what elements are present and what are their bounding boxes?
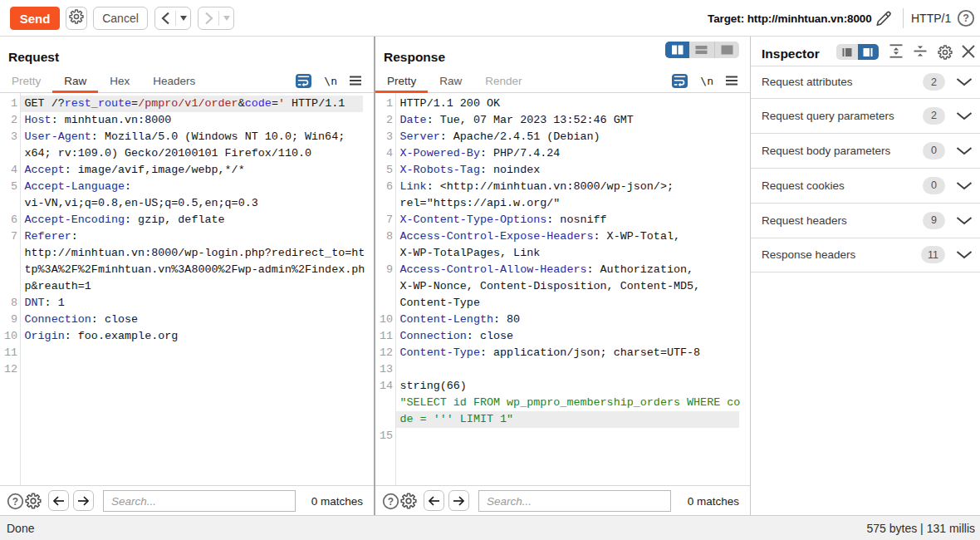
forward-dropdown[interactable] [219,7,233,29]
line-content: Link: <http://minhtuan.vn:8000/wp-json/>… [400,179,674,195]
code-line[interactable]: "SELECT id FROM wp_pmpro_membership_orde… [375,395,750,411]
search-settings-icon[interactable] [399,492,418,513]
expand-all-icon[interactable] [889,44,903,61]
code-line[interactable]: 13 [375,361,750,378]
tab-hex[interactable]: Hex [98,70,141,92]
code-line[interactable]: 9Connection: close [0,312,374,328]
search-prev-button[interactable] [424,490,444,511]
search-next-button[interactable] [448,490,469,511]
dock-right-button[interactable] [858,44,880,60]
code-line[interactable]: X-WP-Nonce, Content-Disposition, Content… [375,278,750,295]
search-help-icon[interactable]: ? [382,493,399,513]
search-input[interactable]: Search... [103,490,296,512]
status-bar: Done 575 bytes | 131 millis [0,515,980,540]
layout-columns-button[interactable] [665,42,690,58]
http-version-label[interactable]: HTTP/1 [911,0,951,37]
help-icon[interactable]: ? [957,9,975,31]
collapse-all-icon[interactable] [914,44,927,61]
send-settings-button[interactable] [66,7,87,30]
search-input[interactable]: Search... [478,490,671,512]
code-line[interactable]: X-WP-TotalPages, Link [375,245,750,262]
code-line[interactable]: 6Accept-Encoding: gzip, deflate [0,212,374,228]
tab-pretty[interactable]: Pretty [0,70,52,92]
code-line[interactable]: 14string(66) [375,378,750,395]
inspector-settings-icon[interactable] [937,44,953,64]
back-dropdown[interactable] [176,7,190,29]
chevron-down-icon[interactable] [956,181,973,190]
code-line[interactable]: tp%3A%2F%2Fminhtuan.vn%3A8000%2Fwp-admin… [0,262,374,278]
edit-target-button[interactable] [874,8,894,32]
code-line[interactable]: 11 [0,345,374,361]
back-chevron-icon[interactable] [155,7,175,29]
request-editor[interactable]: 1GET /?rest_route=/pmpro/v1/order&code='… [0,93,374,485]
chevron-down-icon[interactable] [956,146,973,155]
chevron-down-icon[interactable] [956,250,973,259]
tab-pretty[interactable]: Pretty [375,70,428,92]
code-line[interactable]: de = ''' LIMIT 1" [375,411,750,428]
inspector-section-request-headers[interactable]: Request headers9 [751,203,980,238]
code-line[interactable]: 11Connection: close [375,328,750,345]
code-line[interactable]: 10Content-Length: 80 [375,312,750,328]
search-prev-button[interactable] [48,490,69,511]
inspector-section-response-headers[interactable]: Response headers11 [751,238,980,272]
code-line[interactable]: 4X-Powered-By: PHP/7.4.24 [375,145,750,162]
code-line[interactable]: 12Content-Type: application/json; charse… [375,345,750,361]
tab-raw[interactable]: Raw [52,70,98,92]
code-line[interactable]: 3User-Agent: Mozilla/5.0 (Windows NT 10.… [0,129,374,145]
code-line[interactable]: 2Host: minhtuan.vn:8000 [0,112,374,129]
code-line[interactable]: p&reauth=1 [0,278,374,295]
close-icon[interactable] [961,44,976,62]
search-settings-icon[interactable] [24,492,42,513]
code-line[interactable]: 1GET /?rest_route=/pmpro/v1/order&code='… [0,96,374,112]
code-line[interactable]: 3Server: Apache/2.4.51 (Debian) [375,129,750,145]
code-line[interactable]: 12 [0,361,374,378]
layout-single-button[interactable] [715,42,740,58]
search-help-icon[interactable]: ? [7,493,24,513]
code-line[interactable]: 7X-Content-Type-Options: nosniff [375,212,750,228]
code-line[interactable]: http://minhtuan.vn:8000/wp-login.php?red… [0,245,374,262]
chevron-down-icon[interactable] [956,77,973,86]
forward-button[interactable] [198,7,234,30]
show-newlines-toggle[interactable]: \n [700,75,713,87]
cancel-button[interactable]: Cancel [93,7,148,30]
code-line[interactable]: 2Date: Tue, 07 Mar 2023 13:52:46 GMT [375,112,750,129]
menu-icon[interactable] [350,74,361,89]
tab-render[interactable]: Render [473,70,533,92]
code-line[interactable]: x64; rv:109.0) Gecko/20100101 Firefox/11… [0,145,374,162]
word-wrap-icon[interactable] [672,74,688,88]
code-line[interactable]: 8DNT: 1 [0,295,374,312]
search-next-button[interactable] [73,490,94,511]
code-line[interactable]: 15 [375,428,750,444]
inspector-section-request-attributes[interactable]: Request attributes2 [751,66,980,98]
chevron-down-icon[interactable] [956,216,973,225]
inspector-section-request-cookies[interactable]: Request cookies0 [751,168,980,203]
back-button[interactable] [154,7,191,30]
code-line[interactable]: 8Access-Control-Expose-Headers: X-WP-Tot… [375,228,750,245]
chevron-down-icon[interactable] [956,111,973,120]
code-line[interactable]: vi-VN,vi;q=0.8,en-US;q=0.5,en;q=0.3 [0,195,374,212]
code-line[interactable]: rel="https://api.w.org/" [375,195,750,212]
inspector-section-request-body-parameters[interactable]: Request body parameters0 [751,133,980,168]
inspector-sections: Request attributes2Request query paramet… [751,66,980,272]
code-line[interactable]: 1HTTP/1.1 200 OK [375,96,750,112]
code-line[interactable]: 9Access-Control-Allow-Headers: Authoriza… [375,262,750,278]
menu-icon[interactable] [726,74,737,89]
code-line[interactable]: 5X-Robots-Tag: noindex [375,162,750,179]
layout-rows-button[interactable] [689,42,714,58]
dock-left-button[interactable] [836,44,858,60]
request-search-bar: ? Search... 0 matches [0,485,374,515]
send-button[interactable]: Send [10,7,60,30]
word-wrap-icon[interactable] [296,74,311,88]
code-line[interactable]: 6Link: <http://minhtuan.vn:8000/wp-json/… [375,179,750,195]
tab-raw[interactable]: Raw [428,70,473,92]
show-newlines-toggle[interactable]: \n [324,75,337,87]
code-line[interactable]: 7Referer: [0,228,374,245]
code-line[interactable]: 4Accept: image/avif,image/webp,*/* [0,162,374,179]
inspector-section-request-query-parameters[interactable]: Request query parameters2 [751,98,980,133]
code-line[interactable]: 5Accept-Language: [0,179,374,195]
code-line[interactable]: Content-Type [375,295,750,312]
response-editor[interactable]: 1HTTP/1.1 200 OK2Date: Tue, 07 Mar 2023 … [375,93,750,485]
code-line[interactable]: 10Origin: foo.example.org [0,328,374,345]
forward-chevron-icon[interactable] [198,7,218,29]
tab-headers[interactable]: Headers [141,70,207,92]
